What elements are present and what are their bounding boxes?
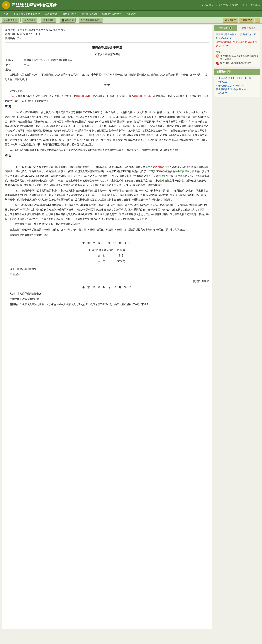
page-header: ⚖ 司法院 法學資料檢索系統 ▲原始畫面 司法院首頁 English 行動版 查…	[0, 0, 262, 11]
reason-title: 理 由	[5, 153, 209, 158]
logo-text: 司法院 法學資料檢索系統	[12, 2, 57, 8]
logo-icon: ⚖	[2, 1, 10, 9]
party-role-2: 被 告	[6, 63, 24, 68]
signature-date: 中 華 民 國 94 年 12 月 30 日	[5, 241, 209, 245]
main-text-ruling2: 甲○○意圖為自己不法之所有，以詐術使人將本人之物交付，處有期徒刑參月，如易科罰金…	[5, 94, 209, 103]
sep4	[77, 18, 77, 22]
review-link-1[interactable]: 臺灣臺北地方法院 94 年度 易緝字第 2 號判決 (94.03.10)	[216, 32, 258, 40]
term-query-btn[interactable]: ◎ 名詞查詢	[41, 18, 56, 22]
law-link-2[interactable]: 中華民國刑法 第 339 條（94.02.02）	[216, 84, 258, 88]
sep3	[58, 18, 58, 22]
party-val-2: 甲○○	[24, 63, 209, 68]
shishi-title: 事 實	[5, 104, 209, 109]
sidebar-tabs: 歷審裁判 2 判印歷審清單	[214, 25, 260, 31]
toolbar: ✦ 全格式引用 ◈ 分享書籤 ◎ 名詞查詢 ⬛ 名詞收藏 ✎ 裁判書查縮小幫手 …	[0, 17, 262, 24]
court-home-link[interactable]: 司法院首頁	[216, 4, 228, 7]
review-links: 臺灣臺北地方法院 94 年度 易緝字第 2 號判決 (94.03.10) 臺灣高…	[214, 31, 260, 67]
court-label: 刑事第22庭審判長法官	[87, 247, 115, 253]
fact-para-1: 一、甲○○於民國92年6月初，如悉友人乙○○急向前男友倩傍志備針積欠乙當款新臺幣…	[5, 110, 209, 147]
full-format-btn[interactable]: ✦ 全格式引用	[2, 18, 19, 22]
main-text-ruling1: 原判決撤銷。	[5, 88, 209, 93]
no-appeal-text: 不得上訴。	[5, 272, 209, 277]
legend-circle-orange: ⓖ	[216, 54, 219, 58]
party-val-1: 臺灣臺北地方法院台北地方法院檢察署檢察官	[24, 58, 209, 62]
nav-regulations[interactable]: 本院主管收案判相關法規	[11, 11, 42, 17]
pdf-btn[interactable]: ⎙ 轉存PDF	[239, 18, 254, 22]
appendix-label: 附錄：本案論罪科刑法條全文	[5, 292, 209, 296]
nav-home[interactable]: 首頁	[1, 11, 11, 17]
right-sidebar: 歷審裁判 2 判印歷審清單 臺灣臺北地方法院 94 年度 易緝字第 2 號判決 …	[214, 25, 260, 629]
legend-row-1: ⓖ 案件目前繫屬法院及案號或歷審裁判決未上訴案件	[216, 54, 258, 61]
document-content: 裁判字號：臺灣高等法院 94 年上易字第 682 號刑事判決 裁判日期：民國 9…	[2, 25, 212, 629]
related-laws-body: 刑事訴訟法 第 159、159-5、369 條（93.06.23） 中華民國刑法…	[214, 75, 260, 96]
main-text-title: 主 文	[5, 83, 209, 88]
intro-text: 上列上訴人因被告詐款案件，不服臺灣臺北地方法院94年度易緝字2號判決，中華民國9…	[5, 72, 209, 82]
law-link-1[interactable]: 刑事訴訟法 第 159、159-5、369 條（93.06.23）	[216, 76, 258, 84]
nav-public-notice[interactable]: 公示催告裁定查詢	[99, 11, 124, 17]
judge2-name: 官 宇	[115, 253, 126, 258]
review-count: 2	[229, 26, 232, 30]
nav-bar: 首頁 本院主管收案判相關法規 裁判書查詢 簡易案件查詢 除權判決查詢 公示催告裁…	[0, 11, 262, 17]
nav-system-desc[interactable]: 系統說明	[124, 11, 139, 17]
main-content: 裁判字號：臺灣高等法院 94 年上易字第 682 號刑事判決 裁判日期：民國 9…	[0, 24, 262, 630]
mobile-link[interactable]: 行動版	[241, 4, 248, 7]
judge1-name: 官 桂壽	[115, 247, 126, 253]
judge-label2: 法 官	[87, 253, 115, 258]
court-title: 臺灣高等法院刑事判決	[5, 45, 209, 50]
legend-text-2: 案件目前上訴到最高法院審理中。	[220, 62, 253, 65]
law-ref: 中華民國刑法第339條第1項	[5, 297, 209, 302]
party-val-3	[24, 68, 209, 72]
doc-meta: 裁判字號：臺灣高等法院 94 年上易字第 682 號刑事判決 裁判日期：民國 9…	[5, 28, 209, 43]
english-link[interactable]: English	[230, 4, 238, 7]
help-btn[interactable]: ✎ 裁判書查縮小幫手	[79, 18, 103, 22]
nav-simple-case[interactable]: 簡易案件查詢	[60, 11, 79, 17]
print-friendly-btn[interactable]: ▣ 友善列印	[223, 18, 238, 22]
doc-body: 臺灣高等法院刑事判決 94年度上易字第682號 上 訴 人 臺灣臺北地方法院台北…	[5, 45, 209, 307]
related-law-count: 3	[227, 70, 230, 74]
ruling-para: 據上論斷，應依刑事訴訟法第369條第1項後段，第364條，第371條，第299條…	[5, 228, 209, 232]
reader-link[interactable]: 查閱昇版	[250, 4, 260, 7]
legend-title: 說明：	[216, 50, 258, 53]
tab-print-list[interactable]: 判印歷審清單	[237, 25, 260, 31]
reason-label: 裁判案由：詐款	[5, 36, 209, 41]
party-role-3: 選 任	[6, 68, 24, 72]
related-law-title: 相關法條	[216, 70, 226, 74]
nav-ruling-search[interactable]: 裁判書查詢	[43, 11, 60, 17]
review-box: 歷審裁判 2 判印歷審清單 臺灣臺北地方法院 94 年度 易緝字第 2 號判決 …	[214, 25, 260, 67]
judge-label3: 法 官	[87, 259, 115, 264]
legend-row-2: ⓢ 案件目前上訴到最高法院審理中。	[216, 62, 258, 65]
sep1	[20, 18, 21, 22]
plus-btn[interactable]: ⊕	[255, 18, 260, 22]
original-view-link[interactable]: ▲原始畫面	[201, 4, 213, 7]
review-link-2[interactable]: 臺灣高等法院 94 年度 上易字第 682 號判決 (94.12.30)	[216, 40, 258, 48]
judge3-name: 郭明宏	[115, 259, 126, 264]
sep2	[39, 18, 39, 22]
right-tools: ▣ 友善列印 ⎙ 轉存PDF ⊕	[223, 18, 260, 22]
reason-two: 二、核被告所為係犯刑法第339條第1項對於財謀，係期以被告甲○○作案16為訴明，…	[5, 203, 209, 221]
prosecutor-note: 本案經檢察官偵查帶到到裁執行職務。	[5, 233, 209, 238]
clerk-signature: 書記官 陳建邦	[5, 279, 209, 284]
case-no-label: 裁判字號：臺灣高等法院 94 年上易字第 682 號刑事判決	[5, 28, 209, 32]
fact-para-2: 二、案經乙○○訴由臺北市政府警察局傳義分局移由臺灣臺北地方法院檢察署檢察官偵查後…	[5, 148, 209, 152]
logo-area: ⚖ 司法院 法學資料檢索系統	[2, 1, 57, 9]
term-save-btn[interactable]: ⬛ 名詞收藏	[60, 18, 76, 22]
related-law-box: 相關法條 3 刑事訴訟法 第 159、159-5、369 條（93.06.23）…	[214, 69, 260, 97]
party-role-1: 上 訴 人	[6, 58, 24, 62]
legend-circle-red: ⓢ	[216, 62, 219, 65]
case-number: 94年度上易字第682號	[5, 52, 209, 57]
reason-one: 一、	[5, 159, 209, 164]
parties-table: 上 訴 人 臺灣臺北地方法院台北地方法院檢察署檢察官 被 告 甲○○ 選 任	[5, 58, 209, 72]
certification-text: 以上正本錯明與原本無異。	[5, 267, 209, 272]
reason-1-2: （二）訊調被告甲○○於本院調查及審理中，對於上揭起訴書實物相未不謙（見本院94年…	[5, 188, 209, 202]
header-links: ▲原始畫面 司法院首頁 English 行動版 查閱昇版	[201, 4, 260, 7]
signature-block: 刑事第22庭審判長法官 官 桂壽 法 官 官 宇 法 官 郭明宏	[87, 247, 127, 265]
legend-text-1: 案件目前繫屬法院及案號或歷審裁判決未上訴案件	[220, 54, 258, 61]
related-law-header: 相關法條 3	[214, 69, 260, 75]
law-link-3[interactable]: 罰金罰鍰提高標準條例 第 1 條（82.02.05）	[216, 88, 258, 95]
tab-review[interactable]: 歷審裁判 2	[214, 25, 237, 31]
date-label: 裁判日期：民國 94 年 12 月 30 日	[5, 32, 209, 37]
share-btn[interactable]: ◈ 分享書籤	[22, 18, 38, 22]
nav-deprivation-search[interactable]: 除權判決查詢	[80, 11, 99, 17]
law-text: 意圖為自己或第 3 人不法之所有，以詐術使人將本人或第 3 人之物交付者，處五年…	[5, 302, 209, 307]
reason-three: 三、核被告在法律積，無正確理由不則良，其不依其被積延行判決。	[5, 222, 209, 226]
